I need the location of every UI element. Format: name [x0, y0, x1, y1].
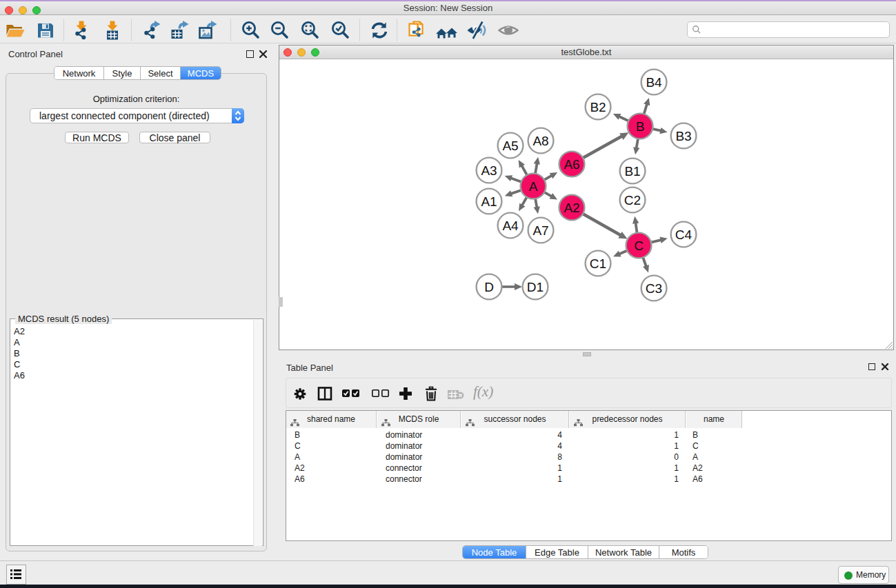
svg-text:B2: B2 — [590, 100, 606, 114]
svg-text:A8: A8 — [532, 134, 548, 148]
svg-text:A7: A7 — [532, 223, 548, 238]
svg-text:C4: C4 — [675, 227, 693, 242]
svg-text:B4: B4 — [646, 75, 662, 90]
svg-text:C2: C2 — [624, 193, 641, 207]
svg-text:A6: A6 — [564, 157, 579, 172]
svg-text:A4: A4 — [502, 219, 519, 233]
svg-text:D: D — [484, 280, 494, 294]
svg-text:A3: A3 — [481, 163, 497, 178]
svg-text:B1: B1 — [624, 164, 640, 179]
svg-text:B3: B3 — [675, 129, 691, 143]
svg-text:A2: A2 — [564, 201, 579, 215]
svg-text:A: A — [529, 179, 538, 194]
svg-text:B: B — [636, 119, 645, 134]
svg-text:C1: C1 — [590, 256, 606, 271]
svg-text:C3: C3 — [646, 281, 662, 296]
svg-text:A5: A5 — [502, 139, 518, 153]
svg-text:C: C — [634, 239, 644, 253]
svg-text:D1: D1 — [527, 280, 544, 294]
svg-text:A1: A1 — [481, 194, 497, 209]
